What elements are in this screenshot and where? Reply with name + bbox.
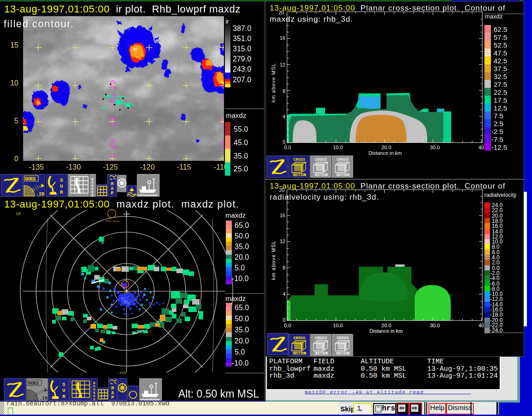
svg-text:b=-12-0: b=-12-0: [118, 290, 130, 294]
svg-text:-125: -125: [117, 371, 126, 375]
svg-text:whe-east: whe-east: [106, 220, 119, 223]
svg-text:10: 10: [16, 212, 21, 216]
